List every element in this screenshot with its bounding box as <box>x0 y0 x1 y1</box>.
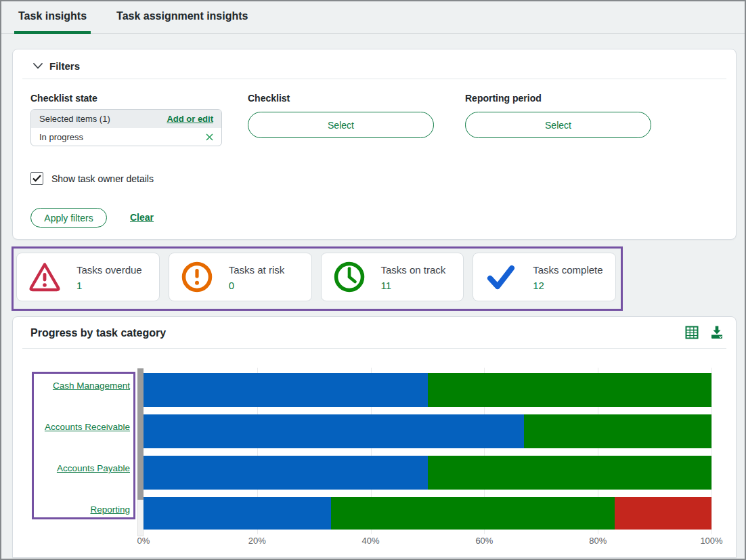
x-axis-tick-label: 80% <box>589 536 607 546</box>
bar-row-accounts-payable <box>144 456 711 490</box>
summary-card-value: 11 <box>381 280 446 291</box>
category-label-accounts-payable: Accounts Payable <box>13 463 130 473</box>
checklist-select-button[interactable]: Select <box>248 112 434 138</box>
category-link[interactable]: Reporting <box>90 504 130 515</box>
summary-card-tasks-on-track[interactable]: Tasks on track11 <box>321 253 464 301</box>
x-axis-tick-label: 40% <box>362 536 380 546</box>
tab-task-assignment-insights[interactable]: Task assignment insights <box>112 1 252 34</box>
chart-toolbar <box>684 324 725 341</box>
bar-segment-complete[interactable] <box>144 456 428 490</box>
summary-card-value: 0 <box>229 280 285 291</box>
category-link[interactable]: Cash Management <box>53 381 130 391</box>
summary-card-tasks-complete[interactable]: Tasks complete12 <box>473 253 616 301</box>
checklist-label: Checklist <box>248 93 290 104</box>
bar-row-cash-management <box>144 373 711 407</box>
chart-scrollbar-thumb[interactable] <box>137 368 144 500</box>
category-label-reporting: Reporting <box>13 504 130 515</box>
tab-bar: Task insights Task assignment insights <box>1 1 745 34</box>
reporting-period-label: Reporting period <box>465 93 542 104</box>
category-labels-highlight-box <box>32 372 135 519</box>
checklist-state-label: Checklist state <box>30 93 97 104</box>
bar-segment-complete[interactable] <box>144 497 331 530</box>
x-axis-tick-label: 20% <box>248 536 266 546</box>
bar-segment-on-track[interactable] <box>524 414 711 448</box>
summary-cards-row: Tasks overdue1Tasks at risk0Tasks on tra… <box>16 253 616 301</box>
category-label-accounts-receivable: Accounts Receivable <box>13 422 130 432</box>
selected-items-summary: Selected items (1) <box>39 114 110 124</box>
clock-icon <box>332 260 366 294</box>
show-task-owner-details-row: Show task owner details <box>30 172 154 185</box>
gridline <box>711 368 712 534</box>
x-axis-tick-label: 60% <box>475 536 493 546</box>
category-link[interactable]: Accounts Payable <box>57 463 130 473</box>
download-icon[interactable] <box>709 324 725 341</box>
bar-segment-on-track[interactable] <box>331 497 615 530</box>
category-link[interactable]: Accounts Receivable <box>45 422 130 432</box>
summary-card-tasks-at-risk[interactable]: Tasks at risk0 <box>169 253 312 301</box>
checklist-state-box: Selected items (1) Add or edit In progre… <box>30 109 222 146</box>
selected-item-row: In progress <box>31 128 221 146</box>
summary-card-label: Tasks at risk <box>229 264 285 276</box>
category-label-cash-management: Cash Management <box>13 381 130 391</box>
exclamation-circle-icon <box>180 260 214 294</box>
tab-task-insights[interactable]: Task insights <box>14 1 91 34</box>
filters-header[interactable]: Filters <box>13 49 736 79</box>
apply-filters-button[interactable]: Apply filters <box>30 208 107 228</box>
summary-card-label: Tasks overdue <box>76 264 142 276</box>
bar-row-reporting <box>144 497 711 530</box>
selected-item-text: In progress <box>39 132 83 142</box>
bar-segment-complete[interactable] <box>144 414 524 448</box>
filters-panel: Filters Checklist state Checklist Report… <box>12 49 737 240</box>
progress-chart-panel: Progress by task category <box>12 316 737 558</box>
summary-card-tasks-overdue[interactable]: Tasks overdue1 <box>16 253 160 301</box>
summary-card-label: Tasks on track <box>381 264 446 276</box>
close-icon[interactable] <box>206 133 213 141</box>
summary-card-value: 12 <box>533 280 602 291</box>
reporting-period-select-button[interactable]: Select <box>465 112 651 138</box>
bar-segment-overdue[interactable] <box>615 497 711 530</box>
bar-segment-on-track[interactable] <box>428 373 712 407</box>
filters-divider <box>22 79 726 79</box>
filters-title: Filters <box>49 60 80 72</box>
summary-card-label: Tasks complete <box>533 264 602 276</box>
summary-card-value: 1 <box>76 280 142 291</box>
check-icon <box>484 260 518 294</box>
bar-segment-on-track[interactable] <box>428 456 712 490</box>
chart-header-divider <box>22 348 726 349</box>
checkmark-icon <box>32 175 41 182</box>
chart-title: Progress by task category <box>30 327 166 339</box>
warning-triangle-icon <box>28 260 62 294</box>
bar-row-accounts-receivable <box>144 414 711 448</box>
task-insights-dashboard: Task insights Task assignment insights F… <box>0 0 746 560</box>
chevron-down-icon <box>33 63 43 69</box>
checklist-state-header: Selected items (1) Add or edit <box>31 110 221 128</box>
chart-scrollbar[interactable] <box>137 368 144 536</box>
table-icon[interactable] <box>684 324 700 341</box>
add-or-edit-link[interactable]: Add or edit <box>167 114 213 124</box>
show-task-owner-details-checkbox[interactable] <box>30 172 43 185</box>
clear-filters-link[interactable]: Clear <box>130 212 154 223</box>
x-axis-tick-label: 100% <box>700 536 722 546</box>
show-task-owner-details-label: Show task owner details <box>51 173 154 184</box>
bar-segment-complete[interactable] <box>144 373 428 407</box>
x-axis-tick-label: 0% <box>137 536 150 546</box>
